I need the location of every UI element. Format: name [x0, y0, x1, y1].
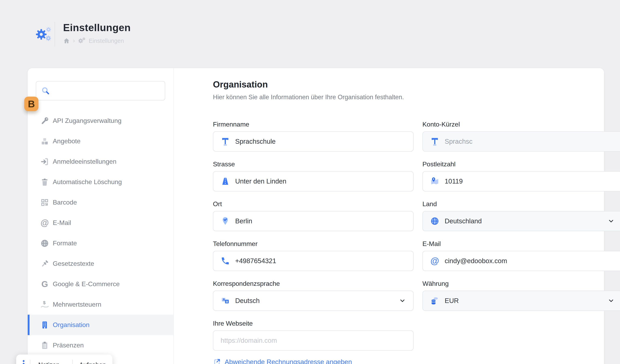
sidebar-menu: API Zugangsverwaltung Angebote Anmeldeei… [28, 111, 173, 355]
external-link-icon [213, 358, 221, 364]
tasks-tab[interactable]: Aufgaben [73, 360, 112, 364]
postleitzahl-input[interactable] [422, 171, 620, 191]
field-ort: Ort [213, 200, 414, 231]
email-input[interactable]: @ [422, 251, 620, 271]
road-icon [221, 177, 230, 186]
firmenname-label: Firmenname [213, 121, 414, 128]
header-divider [55, 22, 55, 46]
map-pin-icon [221, 216, 230, 226]
page-title: Einstellungen [63, 22, 245, 33]
notes-tab[interactable]: Notizen [30, 360, 68, 364]
sidebar-item-automatische-loeschung[interactable]: Automatische Löschung [28, 172, 173, 192]
land-value: Deutschland [445, 217, 608, 225]
konto-kuerzel-value [445, 138, 615, 145]
chevron-down-icon [608, 297, 615, 304]
sidebar-item-email[interactable]: @ E-Mail [28, 212, 173, 233]
email-value[interactable] [445, 257, 615, 265]
field-email: E-Mail @ [422, 240, 620, 271]
telefonnummer-label: Telefonnummer [213, 240, 414, 248]
search-input[interactable] [54, 83, 160, 98]
settings-card: API Zugangsverwaltung Angebote Anmeldeei… [28, 68, 604, 364]
building-icon [40, 320, 49, 330]
land-label: Land [422, 200, 620, 208]
settings-gears-icon [35, 27, 57, 45]
svg-text:A: A [223, 298, 225, 301]
ort-input[interactable] [213, 211, 414, 231]
gavel-icon [40, 259, 49, 269]
firmenname-input[interactable] [213, 131, 414, 152]
strasse-input[interactable] [213, 171, 414, 191]
phone-icon [221, 256, 230, 266]
waehrung-value: EUR [445, 297, 608, 304]
billing-address-link-label: Abweichende Rechnungsadresse angeben [225, 358, 352, 364]
breadcrumb-current: Einstellungen [89, 38, 124, 44]
qrcode-icon [40, 198, 49, 207]
search-icon [41, 86, 50, 95]
land-select[interactable]: Deutschland [422, 211, 620, 231]
field-strasse: Strasse [213, 160, 414, 191]
korrespondenzsprache-value: Deutsch [235, 297, 399, 304]
sidebar-item-barcode[interactable]: Barcode [28, 192, 173, 212]
billing-address-link[interactable]: Abweichende Rechnungsadresse angeben [213, 358, 352, 364]
konto-kuerzel-input [422, 131, 620, 152]
telefonnummer-input[interactable] [213, 251, 414, 271]
ort-value[interactable] [235, 217, 406, 225]
waehrung-select[interactable]: EUR [422, 291, 620, 311]
settings-breadcrumb-icon [78, 37, 86, 45]
field-konto-kuerzel: Konto-Kürzel [422, 121, 620, 152]
breadcrumb-separator-icon: › [73, 37, 75, 44]
ort-label: Ort [213, 200, 414, 208]
panel-title: Organisation [213, 79, 594, 90]
sidebar-item-api-zugangsverwaltung[interactable]: API Zugangsverwaltung [28, 111, 173, 131]
home-icon[interactable] [63, 37, 70, 44]
postleitzahl-label: Postleitzahl [422, 160, 620, 168]
clipboard-icon [40, 341, 49, 350]
field-waehrung: Währung EUR [422, 280, 620, 311]
field-firmenname: Firmenname [213, 121, 414, 152]
field-land: Land Deutschland [422, 200, 620, 231]
sidebar-item-praesenzen[interactable]: Präsenzen [28, 335, 173, 355]
field-korrespondenzsprache: Korrespondenzsprache Aa Deutsch [213, 280, 414, 311]
sidebar-item-anmeldeeinstellungen[interactable]: Anmeldeeinstellungen [28, 152, 173, 172]
sidebar-item-angebote[interactable]: Angebote [28, 131, 173, 152]
postleitzahl-value[interactable] [445, 178, 615, 185]
globe-icon [40, 239, 49, 248]
sidebar-search[interactable] [36, 81, 165, 100]
telefonnummer-value[interactable] [235, 257, 406, 265]
at-icon: @ [430, 256, 439, 266]
sidebar-item-mehrwertsteuern[interactable]: $ Mehrwertsteuern [28, 294, 173, 315]
cubes-icon [40, 136, 49, 146]
globe-icon [430, 216, 439, 226]
annotation-badge-b: B [24, 97, 38, 111]
organisation-panel: Organisation Hier können Sie alle Inform… [174, 68, 604, 364]
korrespondenzsprache-select[interactable]: Aa Deutsch [213, 291, 414, 311]
sidebar-item-organisation[interactable]: Organisation [28, 315, 173, 335]
trash-icon [40, 177, 49, 187]
notes-tasks-bar: Notizen Aufgaben [16, 354, 112, 364]
strasse-value[interactable] [235, 178, 406, 185]
chevron-down-icon [608, 218, 615, 225]
coins-icon [430, 296, 439, 305]
webseite-value[interactable] [221, 337, 406, 344]
svg-text:$: $ [43, 300, 46, 305]
map-marked-icon [430, 177, 439, 186]
sidebar-item-google-ecommerce[interactable]: G Google & E-Commerce [28, 274, 173, 294]
empty-grid-cell [422, 320, 620, 351]
more-options-icon[interactable] [22, 360, 25, 364]
panel-subtitle: Hier können Sie alle Informationen über … [213, 93, 594, 101]
key-icon [40, 116, 49, 126]
breadcrumb: › Einstellungen [63, 37, 245, 45]
organisation-form: Firmenname Konto-Kürzel [213, 121, 594, 351]
language-icon: Aa [221, 296, 230, 305]
sign-in-icon [40, 157, 49, 167]
chevron-down-icon [399, 297, 406, 304]
field-webseite: Ihre Webseite [213, 320, 414, 351]
webseite-label: Ihre Webseite [213, 320, 414, 327]
webseite-input[interactable] [213, 331, 414, 351]
hand-holding-dollar-icon: $ [40, 300, 49, 309]
settings-sidebar: API Zugangsverwaltung Angebote Anmeldeei… [28, 68, 174, 364]
sidebar-item-gesetzestexte[interactable]: Gesetzestexte [28, 253, 173, 274]
firmenname-value[interactable] [235, 138, 406, 145]
konto-kuerzel-label: Konto-Kürzel [422, 121, 620, 128]
sidebar-item-formate[interactable]: Formate [28, 233, 173, 253]
